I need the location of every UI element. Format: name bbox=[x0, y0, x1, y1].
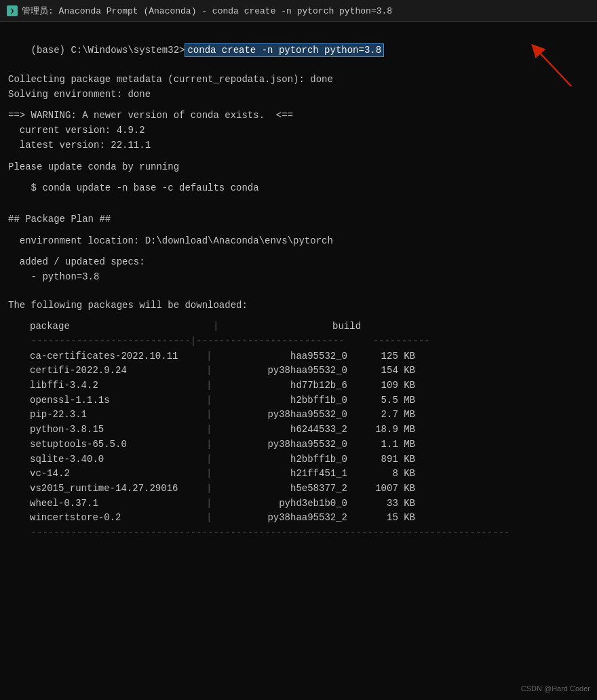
build-name: py38haa95532_0 bbox=[212, 438, 361, 452]
build-name: h5e58377_2 bbox=[212, 482, 361, 497]
package-name: libffi-3.4.2 bbox=[30, 378, 206, 393]
build-name: h2bbff1b_0 bbox=[212, 393, 361, 408]
env-location-line: environment location: D:\download\Anacon… bbox=[8, 234, 589, 249]
package-size: 33 KB bbox=[361, 497, 415, 511]
table-row: certifi-2022.9.24|py38haa95532_0154 KB bbox=[8, 364, 589, 378]
table-header: package | build bbox=[8, 319, 589, 334]
package-size: 18.9 MB bbox=[361, 423, 415, 438]
warning-line3: latest version: 22.11.1 bbox=[8, 138, 589, 153]
col-size-header bbox=[354, 319, 408, 334]
package-size: 125 KB bbox=[361, 349, 415, 364]
build-name: py38haa95532_0 bbox=[212, 408, 361, 423]
table-row: pip-22.3.1|py38haa95532_02.7 MB bbox=[8, 408, 589, 423]
warning-line1: ==> WARNING: A newer version of conda ex… bbox=[8, 109, 589, 123]
prompt-line: (base) C:\Windows\system32>conda create … bbox=[8, 28, 589, 73]
package-size: 154 KB bbox=[361, 364, 415, 378]
title-bar: ❯ 管理员: Anaconda Prompt (Anaconda) - cond… bbox=[0, 0, 597, 22]
table-row: openssl-1.1.1s|h2bbff1b_05.5 MB bbox=[8, 393, 589, 408]
table-row: libffi-3.4.2|hd77b12b_6109 KB bbox=[8, 378, 589, 393]
blank2 bbox=[8, 153, 589, 160]
terminal-icon: ❯ bbox=[7, 5, 18, 16]
blank6 bbox=[8, 227, 589, 234]
bottom-divider: ----------------------------------------… bbox=[8, 526, 589, 541]
blank4 bbox=[8, 196, 589, 203]
collecting-line: Collecting package metadata (current_rep… bbox=[8, 73, 589, 88]
title-text: 管理员: Anaconda Prompt (Anaconda) - conda … bbox=[22, 5, 392, 17]
package-size: 1007 KB bbox=[361, 482, 415, 497]
build-name: pyhd3eb1b0_0 bbox=[212, 497, 361, 511]
prompt-text: (base) C:\Windows\system32> bbox=[31, 45, 185, 56]
package-name: openssl-1.1.1s bbox=[30, 393, 206, 408]
table-row: python-3.8.15|h6244533_218.9 MB bbox=[8, 423, 589, 438]
download-header: The following packages will be downloade… bbox=[8, 298, 589, 313]
solving-line: Solving environment: done bbox=[8, 88, 589, 102]
package-size: 2.7 MB bbox=[361, 408, 415, 423]
package-name: pip-22.3.1 bbox=[30, 408, 206, 423]
package-name: wheel-0.37.1 bbox=[30, 497, 206, 511]
table-divider: ----------------------------|-----------… bbox=[8, 334, 589, 349]
blank8 bbox=[8, 285, 589, 292]
table-row: vc-14.2|h21ff451_18 KB bbox=[8, 467, 589, 482]
build-name: h2bbff1b_0 bbox=[212, 452, 361, 467]
watermark: CSDN @Hard Coder bbox=[521, 683, 590, 695]
blank1 bbox=[8, 102, 589, 109]
build-name: py38haa95532_0 bbox=[212, 364, 361, 378]
table-row: sqlite-3.40.0|h2bbff1b_0891 KB bbox=[8, 452, 589, 467]
update-command: $ conda update -n base -c defaults conda bbox=[8, 181, 589, 196]
blank5 bbox=[8, 203, 589, 210]
package-size: 15 KB bbox=[361, 511, 415, 526]
col-package-header: package bbox=[30, 319, 213, 334]
build-name: haa95532_0 bbox=[212, 349, 361, 364]
table-row: wheel-0.37.1|pyhd3eb1b0_033 KB bbox=[8, 497, 589, 511]
package-name: vc-14.2 bbox=[30, 467, 206, 482]
blank9 bbox=[8, 292, 589, 298]
blank3 bbox=[8, 174, 589, 181]
update-instruction: Please update conda by running bbox=[8, 160, 589, 175]
table-row: ca-certificates-2022.10.11|haa95532_0125… bbox=[8, 349, 589, 364]
build-name: h21ff451_1 bbox=[212, 467, 361, 482]
build-name: hd77b12b_6 bbox=[212, 378, 361, 393]
command-highlight: conda create -n pytorch python=3.8 bbox=[185, 43, 384, 57]
warning-line2: current version: 4.9.2 bbox=[8, 123, 589, 138]
blank10 bbox=[8, 313, 589, 319]
package-table: ca-certificates-2022.10.11|haa95532_0125… bbox=[8, 349, 589, 526]
added-specs-label: added / updated specs: bbox=[8, 255, 589, 270]
package-name: python-3.8.15 bbox=[30, 423, 206, 438]
col-build-header: build bbox=[218, 319, 354, 334]
table-row: wincertstore-0.2|py38haa95532_215 KB bbox=[8, 511, 589, 526]
package-name: wincertstore-0.2 bbox=[30, 511, 206, 526]
package-name: setuptools-65.5.0 bbox=[30, 438, 206, 452]
build-name: py38haa95532_2 bbox=[212, 511, 361, 526]
table-row: setuptools-65.5.0|py38haa95532_01.1 MB bbox=[8, 438, 589, 452]
build-name: h6244533_2 bbox=[212, 423, 361, 438]
package-size: 8 KB bbox=[361, 467, 415, 482]
package-name: sqlite-3.40.0 bbox=[30, 452, 206, 467]
terminal-body: (base) C:\Windows\system32>conda create … bbox=[0, 22, 597, 700]
package-name: ca-certificates-2022.10.11 bbox=[30, 349, 206, 364]
spec-python: - python=3.8 bbox=[8, 270, 589, 285]
package-name: certifi-2022.9.24 bbox=[30, 364, 206, 378]
package-size: 109 KB bbox=[361, 378, 415, 393]
table-row: vs2015_runtime-14.27.29016|h5e58377_2100… bbox=[8, 482, 589, 497]
package-size: 1.1 MB bbox=[361, 438, 415, 452]
package-size: 891 KB bbox=[361, 452, 415, 467]
package-name: vs2015_runtime-14.27.29016 bbox=[30, 482, 206, 497]
package-size: 5.5 MB bbox=[361, 393, 415, 408]
section-header: ## Package Plan ## bbox=[8, 212, 589, 227]
blank7 bbox=[8, 248, 589, 255]
